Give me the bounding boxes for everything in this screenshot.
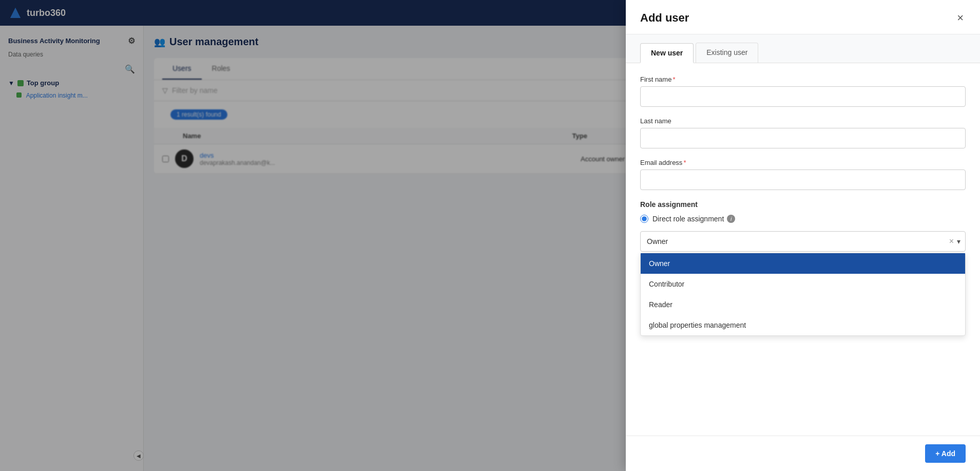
direct-role-radio[interactable]	[640, 215, 648, 223]
dropdown-item-reader[interactable]: Reader	[641, 294, 965, 315]
role-select-display[interactable]: Owner × ▾	[640, 231, 966, 252]
modal-tab-bar: New user Existing user	[626, 34, 980, 63]
last-name-label: Last name	[640, 117, 966, 125]
role-select-value: Owner	[647, 237, 668, 246]
first-name-input[interactable]	[640, 86, 966, 107]
last-name-input[interactable]	[640, 128, 966, 148]
select-clear-icon[interactable]: ×	[949, 237, 954, 246]
modal-tab-existing-user[interactable]: Existing user	[696, 43, 758, 63]
dropdown-item-global-properties[interactable]: global properties management	[641, 315, 965, 335]
select-icons: × ▾	[949, 237, 960, 246]
first-name-group: First name*	[640, 76, 966, 107]
info-icon[interactable]: i	[727, 215, 735, 223]
add-user-modal: Add user × New user Existing user First …	[626, 0, 980, 471]
modal-footer: + Add	[626, 436, 980, 471]
first-name-label: First name*	[640, 76, 966, 83]
modal-close-button[interactable]: ×	[955, 10, 966, 26]
role-select-wrapper: Owner × ▾ Owner Contributor Reader globa…	[640, 231, 966, 252]
modal-body: First name* Last name Email address* Rol…	[626, 63, 980, 436]
dropdown-item-contributor[interactable]: Contributor	[641, 274, 965, 294]
email-required-marker: *	[683, 159, 686, 166]
role-section-label: Role assignment	[640, 200, 966, 209]
direct-role-label: Direct role assignment i	[652, 215, 735, 223]
modal-title: Add user	[640, 11, 689, 25]
first-name-required-marker: *	[672, 76, 675, 83]
email-group: Email address*	[640, 159, 966, 190]
direct-role-radio-group: Direct role assignment i	[640, 215, 966, 223]
email-label: Email address*	[640, 159, 966, 166]
last-name-group: Last name	[640, 117, 966, 148]
dropdown-item-owner[interactable]: Owner	[641, 253, 965, 274]
modal-header: Add user ×	[626, 0, 980, 34]
add-button[interactable]: + Add	[925, 444, 966, 463]
email-input[interactable]	[640, 169, 966, 190]
role-dropdown-menu: Owner Contributor Reader global properti…	[640, 253, 966, 336]
chevron-down-icon[interactable]: ▾	[957, 237, 960, 246]
modal-tab-new-user[interactable]: New user	[640, 43, 694, 63]
